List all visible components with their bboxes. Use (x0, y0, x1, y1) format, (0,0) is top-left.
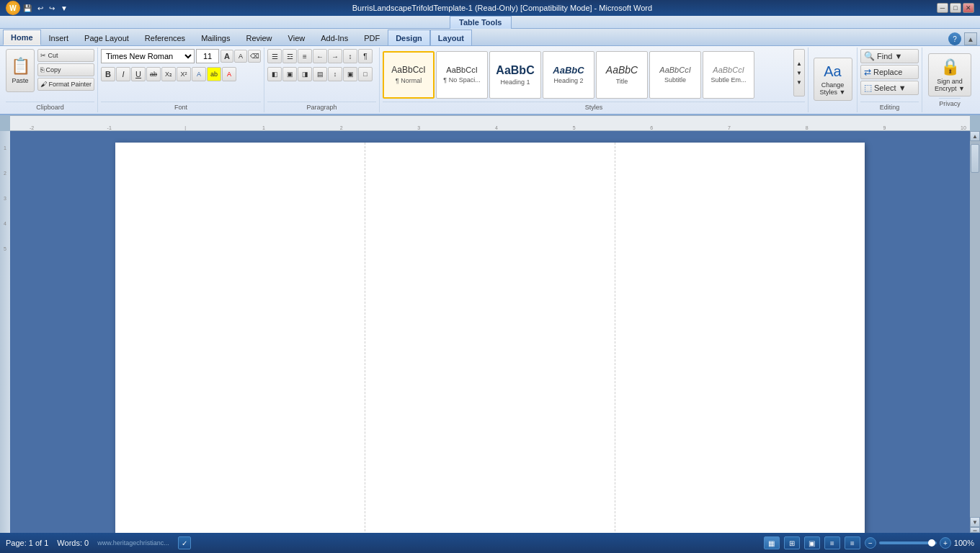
bold-button[interactable]: B (101, 67, 115, 81)
style-subtle-em[interactable]: AaBbCcI Subtle Em... (703, 51, 754, 99)
find-button[interactable]: 🔍 Find ▼ (860, 49, 919, 63)
document-area[interactable] (10, 131, 970, 533)
tab-references[interactable]: References (137, 30, 193, 45)
view-draft-btn[interactable]: ≡ (845, 536, 860, 549)
underline-button[interactable]: U (131, 67, 146, 81)
minimize-btn[interactable]: ─ (937, 3, 948, 13)
font-size-input[interactable] (196, 49, 219, 63)
style-heading2[interactable]: AaBbC Heading 2 (543, 51, 594, 99)
italic-button[interactable]: I (116, 67, 130, 81)
highlight-button[interactable]: ab (207, 67, 221, 81)
cut-button[interactable]: ✂ Cut (37, 49, 94, 62)
vertical-ruler: 1 2 3 4 5 (0, 131, 10, 533)
font-shrink-btn[interactable]: A (234, 50, 247, 63)
tab-mailings[interactable]: Mailings (193, 30, 238, 45)
document-page (115, 143, 865, 533)
scroll-track[interactable] (970, 141, 980, 517)
scroll-thumb[interactable] (971, 144, 979, 173)
main-area: 1 2 3 4 5 ▲ ▼ ═ (0, 131, 980, 533)
multilevel-btn[interactable]: ≡ (298, 49, 312, 63)
zoom-thumb (928, 539, 935, 547)
table-tools-bar: Table Tools (0, 16, 980, 29)
zoom-out-btn[interactable]: − (865, 537, 876, 549)
scroll-split-btn[interactable]: ═ (970, 527, 980, 533)
decrease-indent-btn[interactable]: ← (313, 49, 327, 63)
status-right: ▦ ⊞ ▣ ≡ ≡ − + 100% (764, 536, 974, 549)
tab-insert[interactable]: Insert (41, 30, 77, 45)
quick-menu[interactable]: ▼ (61, 4, 68, 12)
font-name-select[interactable]: Times New Roman (101, 49, 195, 63)
justify-btn[interactable]: ▤ (313, 67, 327, 81)
styles-scroll[interactable]: ▲ ▼ ▼ (793, 49, 805, 96)
style-no-spacing[interactable]: AaBbCcI ¶ No Spaci... (436, 51, 488, 99)
increase-indent-btn[interactable]: → (328, 49, 342, 63)
show-hide-btn[interactable]: ¶ (358, 49, 373, 63)
view-web-layout-btn[interactable]: ▣ (804, 536, 820, 549)
tab-view[interactable]: View (280, 30, 313, 45)
change-styles-button[interactable]: Aa ChangeStyles ▼ (814, 58, 852, 101)
style-normal[interactable]: AaBbCcI ¶ Normal (383, 51, 435, 99)
style-title[interactable]: AaBbC Title (596, 51, 648, 99)
quick-undo[interactable]: ↩ (37, 4, 43, 12)
tab-layout[interactable]: Layout (430, 30, 472, 45)
font-group: Times New Roman A A ⌫ B I U ab X₂ X² A a… (98, 48, 264, 112)
tab-add-ins[interactable]: Add-Ins (313, 30, 356, 45)
tab-home[interactable]: Home (3, 30, 41, 45)
sort-btn[interactable]: ↕ (343, 49, 357, 63)
copy-button[interactable]: ⎘ Copy (37, 63, 94, 76)
doc-column-3[interactable] (615, 143, 865, 533)
font-color-button[interactable]: A (222, 67, 236, 81)
subscript-button[interactable]: X₂ (161, 67, 176, 81)
view-full-screen-btn[interactable]: ⊞ (784, 536, 800, 549)
align-left-btn[interactable]: ◧ (267, 67, 282, 81)
tab-page-layout[interactable]: Page Layout (76, 30, 137, 45)
style-h1-preview: AaBbC (496, 63, 534, 77)
status-bar: Page: 1 of 1 Words: 0 www.heritagechrist… (0, 533, 980, 553)
align-center-btn[interactable]: ▣ (282, 67, 297, 81)
shading-btn[interactable]: ▣ (343, 67, 357, 81)
font-label: Font (101, 102, 261, 111)
select-button[interactable]: ⬚ Select ▼ (860, 81, 919, 95)
ribbon-tabs: Home Insert Page Layout References Maili… (0, 29, 980, 46)
format-painter-button[interactable]: 🖌 Format Painter (37, 78, 94, 91)
style-subtitle[interactable]: AaBbCcI Subtitle (649, 51, 701, 99)
view-print-layout-btn[interactable]: ▦ (764, 536, 780, 549)
view-outline-btn[interactable]: ≡ (824, 536, 840, 549)
superscript-button[interactable]: X² (177, 67, 191, 81)
tab-review[interactable]: Review (238, 30, 280, 45)
borders-btn[interactable]: □ (358, 67, 373, 81)
change-styles-icon: Aa (824, 63, 841, 80)
find-label: Find ▼ (877, 52, 902, 60)
line-spacing-btn[interactable]: ↕ (328, 67, 342, 81)
sign-encrypt-button[interactable]: 🔒 Sign andEncrypt ▼ (928, 53, 971, 96)
scroll-up-btn[interactable]: ▲ (970, 131, 980, 141)
title-bar: W 💾 ↩ ↪ ▼ BurrisLandscapeTrifoldTemplate… (0, 0, 980, 16)
help-btn[interactable]: ? (948, 32, 961, 45)
paste-button[interactable]: 📋 Paste (6, 49, 35, 92)
strikethrough-button[interactable]: ab (146, 67, 161, 81)
zoom-slider[interactable] (879, 541, 937, 544)
ribbon-collapse-btn[interactable]: ▲ (964, 32, 977, 45)
quick-redo[interactable]: ↪ (49, 4, 55, 12)
doc-column-1[interactable] (115, 143, 365, 533)
bullets-btn[interactable]: ☰ (267, 49, 282, 63)
quick-save[interactable]: 💾 (23, 4, 32, 12)
website-text: www.heritagechristianc... (97, 539, 169, 547)
numbering-btn[interactable]: ☲ (282, 49, 297, 63)
style-heading1[interactable]: AaBbC Heading 1 (489, 51, 541, 99)
replace-button[interactable]: ⇄ Replace (860, 65, 919, 79)
align-right-btn[interactable]: ◨ (298, 67, 312, 81)
scroll-down-btn[interactable]: ▼ (970, 517, 980, 527)
close-btn[interactable]: ✕ (963, 3, 974, 13)
doc-column-2[interactable] (365, 143, 615, 533)
font-grow-btn[interactable]: A (220, 50, 233, 63)
font-clear-btn[interactable]: ⌫ (248, 50, 261, 63)
text-effects-button[interactable]: A (192, 67, 206, 81)
tab-pdf[interactable]: PDF (356, 30, 388, 45)
zoom-in-btn[interactable]: + (940, 537, 951, 549)
tab-design[interactable]: Design (388, 30, 430, 45)
spell-check-btn[interactable]: ✓ (178, 536, 191, 549)
restore-btn[interactable]: □ (950, 3, 961, 13)
clipboard-group: 📋 Paste ✂ Cut ⎘ Copy 🖌 Format Painter Cl… (3, 48, 98, 112)
paste-label: Paste (12, 77, 28, 84)
